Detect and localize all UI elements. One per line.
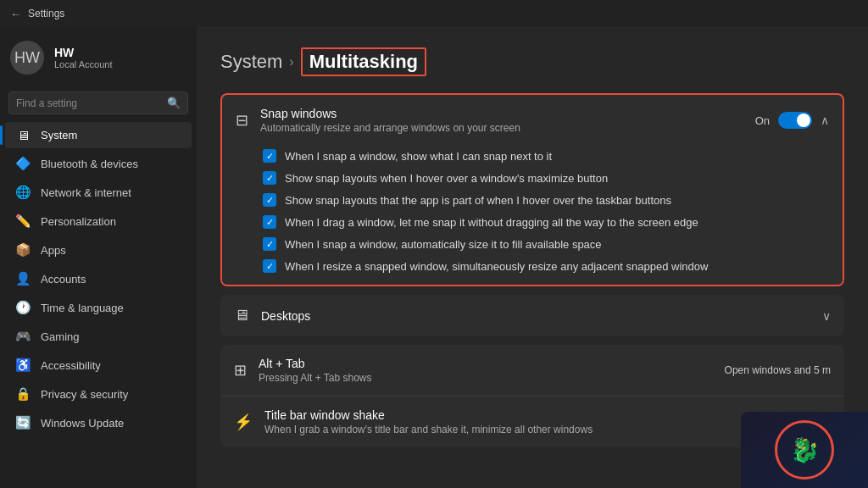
snap-option-2[interactable]: ✓ Show snap layouts when I hover over a … <box>263 171 829 185</box>
breadcrumb-system: System <box>220 51 282 73</box>
apps-icon: 📦 <box>15 242 31 258</box>
snap-windows-text: Snap windows Automatically resize and ar… <box>260 107 743 134</box>
snap-option-6[interactable]: ✓ When I resize a snapped window, simult… <box>263 259 829 273</box>
snap-windows-icon: ⊟ <box>236 111 248 130</box>
sidebar-item-label: System <box>41 129 77 141</box>
sidebar-item-time[interactable]: 🕐 Time & language <box>5 294 192 321</box>
sidebar-item-label: Personalization <box>41 215 116 228</box>
sidebar-item-gaming[interactable]: 🎮 Gaming <box>5 323 192 350</box>
user-info: HW Local Account <box>54 46 113 69</box>
desktops-row[interactable]: 🖥 Desktops ∨ <box>220 295 844 336</box>
sidebar-item-label: Accounts <box>41 273 86 286</box>
sidebar-item-bluetooth[interactable]: 🔷 Bluetooth & devices <box>5 150 192 177</box>
snap-option-1-label: When I snap a window, show what I can sn… <box>285 150 552 163</box>
sidebar-item-label: Apps <box>41 244 66 257</box>
search-input[interactable] <box>16 97 162 109</box>
watermark: 🐉 <box>741 412 868 488</box>
snap-option-5[interactable]: ✓ When I snap a window, automatically si… <box>263 237 829 251</box>
accounts-icon: 👤 <box>15 271 31 286</box>
dragon-logo: 🐉 <box>775 420 834 480</box>
sidebar-item-label: Gaming <box>41 330 80 343</box>
user-profile[interactable]: HW HW Local Account <box>0 27 197 88</box>
titlebar-title: Settings <box>28 8 64 19</box>
snap-option-4[interactable]: ✓ When I drag a window, let me snap it w… <box>263 215 829 229</box>
update-icon: 🔄 <box>15 415 31 430</box>
time-icon: 🕐 <box>15 300 31 315</box>
sidebar-item-apps[interactable]: 📦 Apps <box>5 236 192 263</box>
sidebar: HW HW Local Account 🔍 🖥 System 🔷 Bluetoo… <box>0 27 197 488</box>
snap-option-5-label: When I snap a window, automatically size… <box>285 238 602 251</box>
content-area: System › Multitasking ⊟ Snap windows Aut… <box>197 27 868 488</box>
user-name: HW <box>54 46 113 59</box>
system-icon: 🖥 <box>15 128 31 142</box>
sidebar-item-label: Accessibility <box>41 359 101 372</box>
network-icon: 🌐 <box>15 185 31 200</box>
snap-option-4-label: When I drag a window, let me snap it wit… <box>285 216 698 229</box>
chevron-down-icon[interactable]: ∨ <box>822 309 831 323</box>
sidebar-item-accounts[interactable]: 👤 Accounts <box>5 265 192 292</box>
sidebar-item-update[interactable]: 🔄 Windows Update <box>5 409 192 436</box>
search-icon: 🔍 <box>167 97 181 109</box>
back-button[interactable]: ← <box>10 8 21 20</box>
checkbox-6[interactable]: ✓ <box>263 259 276 273</box>
snap-option-3[interactable]: ✓ Show snap layouts that the app is part… <box>263 193 829 207</box>
alttab-content: Alt + Tab Pressing Alt + Tab shows <box>259 357 713 384</box>
alttab-icon: ⊞ <box>234 361 247 380</box>
privacy-icon: 🔒 <box>15 386 31 402</box>
sidebar-item-privacy[interactable]: 🔒 Privacy & security <box>5 380 192 408</box>
titlebar: ← Settings <box>0 0 868 27</box>
snap-windows-subtitle: Automatically resize and arrange windows… <box>260 122 743 134</box>
checkbox-2[interactable]: ✓ <box>263 171 276 185</box>
checkbox-4[interactable]: ✓ <box>263 215 276 229</box>
breadcrumb-current: Multitasking <box>301 47 426 76</box>
snap-toggle[interactable] <box>778 112 812 129</box>
snap-option-2-label: Show snap layouts when I hover over a wi… <box>285 172 608 185</box>
sidebar-item-system[interactable]: 🖥 System <box>5 122 192 148</box>
sidebar-item-network[interactable]: 🌐 Network & internet <box>5 179 192 206</box>
alttab-title: Alt + Tab <box>259 357 713 370</box>
alttab-value: Open windows and 5 m <box>725 364 831 376</box>
gaming-icon: 🎮 <box>15 329 31 344</box>
breadcrumb: System › Multitasking <box>220 47 844 76</box>
snap-option-3-label: Show snap layouts that the app is part o… <box>285 194 671 207</box>
sidebar-item-label: Network & internet <box>41 186 131 199</box>
desktops-section: 🖥 Desktops ∨ <box>220 295 844 336</box>
snap-windows-header[interactable]: ⊟ Snap windows Automatically resize and … <box>222 95 843 146</box>
sidebar-item-label: Bluetooth & devices <box>41 158 138 170</box>
snap-windows-controls: On ∧ <box>755 112 829 129</box>
snap-option-6-label: When I resize a snapped window, simultan… <box>285 260 708 273</box>
sidebar-item-personalization[interactable]: ✏️ Personalization <box>5 208 192 235</box>
checkbox-5[interactable]: ✓ <box>263 237 276 251</box>
checkbox-3[interactable]: ✓ <box>263 193 276 207</box>
user-subtitle: Local Account <box>54 59 113 69</box>
search-box[interactable]: 🔍 <box>8 92 188 114</box>
snap-windows-section: ⊟ Snap windows Automatically resize and … <box>220 93 844 286</box>
breadcrumb-arrow: › <box>289 54 293 69</box>
snap-options-list: ✓ When I snap a window, show what I can … <box>222 146 843 285</box>
bluetooth-icon: 🔷 <box>15 156 31 171</box>
alttab-subtitle: Pressing Alt + Tab shows <box>259 372 713 384</box>
main-layout: HW HW Local Account 🔍 🖥 System 🔷 Bluetoo… <box>0 27 868 488</box>
alttab-row[interactable]: ⊞ Alt + Tab Pressing Alt + Tab shows Ope… <box>220 345 844 396</box>
avatar: HW <box>10 41 44 75</box>
chevron-up-icon[interactable]: ∧ <box>821 114 829 127</box>
desktops-title: Desktops <box>261 309 810 323</box>
sidebar-item-label: Privacy & security <box>41 388 128 401</box>
desktops-icon: 🖥 <box>234 307 249 324</box>
titlebar-shake-icon: ⚡ <box>234 413 253 431</box>
checkbox-1[interactable]: ✓ <box>263 149 276 163</box>
sidebar-item-accessibility[interactable]: ♿ Accessibility <box>5 352 192 379</box>
snap-windows-title: Snap windows <box>260 107 743 120</box>
desktops-content: Desktops <box>261 309 810 323</box>
toggle-label: On <box>755 114 770 127</box>
sidebar-item-label: Windows Update <box>41 417 124 430</box>
snap-option-1[interactable]: ✓ When I snap a window, show what I can … <box>263 149 829 163</box>
sidebar-item-label: Time & language <box>41 302 124 314</box>
accessibility-icon: ♿ <box>15 358 31 373</box>
personalization-icon: ✏️ <box>15 214 31 229</box>
